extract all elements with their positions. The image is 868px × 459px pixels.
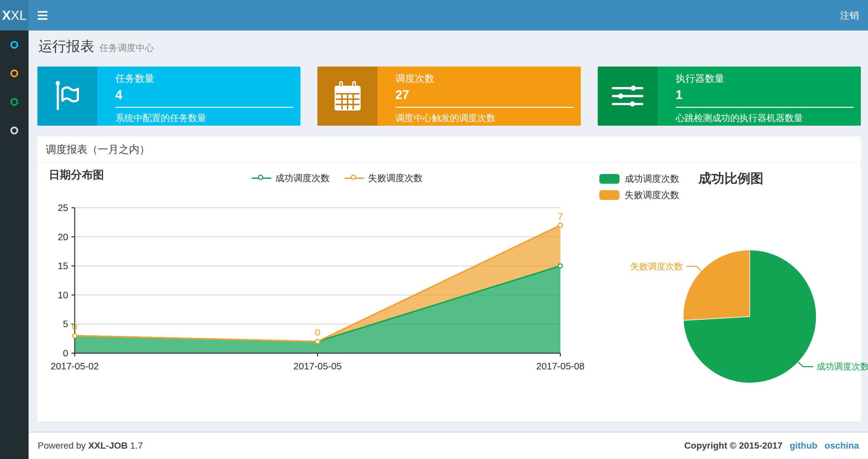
sidebar-item-logs[interactable] <box>0 116 29 145</box>
hamburger-icon <box>38 14 48 16</box>
card-value: 4 <box>115 88 293 102</box>
legend-item[interactable]: 失败调度次数 <box>599 189 679 201</box>
sidebar-item-dashboard[interactable] <box>0 31 29 59</box>
svg-text:0: 0 <box>315 327 320 337</box>
card-title: 任务数量 <box>115 72 293 86</box>
stat-card-trigger-count: 调度次数 27 调度中心触发的调度次数 <box>317 67 581 126</box>
legend-item[interactable]: 成功调度次数 <box>252 172 330 185</box>
circle-icon <box>10 69 18 77</box>
page-header: 运行报表任务调度中心 <box>38 37 154 56</box>
calendar-icon <box>317 67 377 126</box>
pie-chart-title: 成功比例图 <box>699 169 764 187</box>
page-subtitle: 任务调度中心 <box>99 43 154 53</box>
logo-text-light: XL <box>11 8 27 23</box>
legend-swatch-icon <box>599 190 619 200</box>
line-chart-title: 日期分布图 <box>49 167 104 183</box>
svg-text:2017-05-08: 2017-05-08 <box>536 361 584 371</box>
divider <box>395 107 574 108</box>
card-description: 心跳检测成功的执行器机器数量 <box>676 112 854 124</box>
content-area: 运行报表任务调度中心 任务数量 4 系统中配置的任务数量 <box>29 31 868 432</box>
circle-icon <box>10 41 18 49</box>
sliders-icon <box>598 67 658 126</box>
svg-text:5: 5 <box>63 319 68 329</box>
logout-link[interactable]: 注销 <box>831 0 868 31</box>
hamburger-icon <box>38 18 48 20</box>
powered-prefix: Powered by <box>38 440 86 451</box>
oschina-link[interactable]: oschina <box>825 440 859 451</box>
page-title: 运行报表 <box>38 38 94 54</box>
sidebar-item-executors[interactable] <box>0 88 29 116</box>
legend-label: 失败调度次数 <box>368 172 423 185</box>
divider <box>676 107 854 108</box>
stat-card-job-count: 任务数量 4 系统中配置的任务数量 <box>37 67 301 126</box>
line-marker-icon <box>252 174 271 183</box>
legend-label: 成功调度次数 <box>625 173 679 185</box>
svg-text:7: 7 <box>558 211 563 221</box>
card-content: 执行器数量 1 心跳检测成功的执行器机器数量 <box>658 67 861 126</box>
line-chart-legend: 成功调度次数失败调度次数 <box>252 172 423 185</box>
pie-chart-legend: 成功调度次数失败调度次数 <box>599 173 679 201</box>
circle-icon <box>10 127 18 134</box>
card-content: 调度次数 27 调度中心触发的调度次数 <box>377 67 581 126</box>
app-logo[interactable]: XXL <box>0 0 29 31</box>
svg-text:2017-05-05: 2017-05-05 <box>293 361 341 371</box>
svg-text:20: 20 <box>58 232 68 242</box>
sidebar-item-jobs[interactable] <box>0 59 29 88</box>
github-link[interactable]: github <box>790 440 818 451</box>
svg-text:15: 15 <box>58 261 68 271</box>
sidebar-nav <box>0 31 29 459</box>
svg-text:25: 25 <box>58 202 68 213</box>
flag-icon <box>37 67 97 126</box>
stat-cards-row: 任务数量 4 系统中配置的任务数量 <box>37 67 861 126</box>
card-value: 1 <box>676 88 854 102</box>
stat-card-executor-count: 执行器数量 1 心跳检测成功的执行器机器数量 <box>598 67 861 126</box>
panel-body: 日期分布图 成功调度次数失败调度次数 05101520252017-05-022… <box>37 162 861 421</box>
dispatch-report-panel: 调度报表（一月之内） 日期分布图 成功调度次数失败调度次数 0510152025… <box>37 136 861 422</box>
legend-item[interactable]: 失败调度次数 <box>345 172 423 185</box>
panel-title: 调度报表（一月之内） <box>37 136 861 162</box>
legend-swatch-icon <box>599 174 619 184</box>
svg-text:0: 0 <box>63 348 68 358</box>
sidebar-toggle-button[interactable] <box>29 0 57 31</box>
product-version: 1.7 <box>130 440 143 451</box>
logo-text-bold: X <box>2 8 11 23</box>
card-description: 调度中心触发的调度次数 <box>395 112 574 124</box>
copyright-text: Copyright © 2015-2017 <box>684 440 782 451</box>
top-navbar: XXL 注销 <box>0 0 868 31</box>
svg-text:失败调度次数: 失败调度次数 <box>630 262 683 271</box>
svg-text:成功调度次数: 成功调度次数 <box>817 362 868 371</box>
divider <box>115 107 293 108</box>
svg-text:2017-05-02: 2017-05-02 <box>51 361 99 371</box>
card-title: 调度次数 <box>395 72 574 86</box>
copyright-block: Copyright © 2015-2017 github oschina <box>684 440 859 451</box>
product-name: XXL-JOB <box>88 440 128 451</box>
card-title: 执行器数量 <box>676 72 854 86</box>
card-value: 27 <box>395 88 574 102</box>
legend-label: 失败调度次数 <box>625 189 679 201</box>
circle-icon <box>10 98 18 106</box>
powered-by: Powered by XXL-JOB 1.7 <box>38 440 143 451</box>
card-description: 系统中配置的任务数量 <box>115 112 293 124</box>
line-marker-icon <box>345 174 364 183</box>
hamburger-icon <box>38 11 48 13</box>
success-ratio-pie-chart: 成功调度次数失败调度次数 <box>598 201 861 409</box>
legend-label: 成功调度次数 <box>275 172 330 185</box>
svg-text:0: 0 <box>72 321 78 332</box>
card-content: 任务数量 4 系统中配置的任务数量 <box>97 67 301 126</box>
footer: Powered by XXL-JOB 1.7 Copyright © 2015-… <box>29 432 868 459</box>
svg-text:10: 10 <box>58 290 68 300</box>
date-distribution-chart: 05101520252017-05-022017-05-052017-05-08… <box>37 200 582 402</box>
legend-item[interactable]: 成功调度次数 <box>599 173 679 185</box>
